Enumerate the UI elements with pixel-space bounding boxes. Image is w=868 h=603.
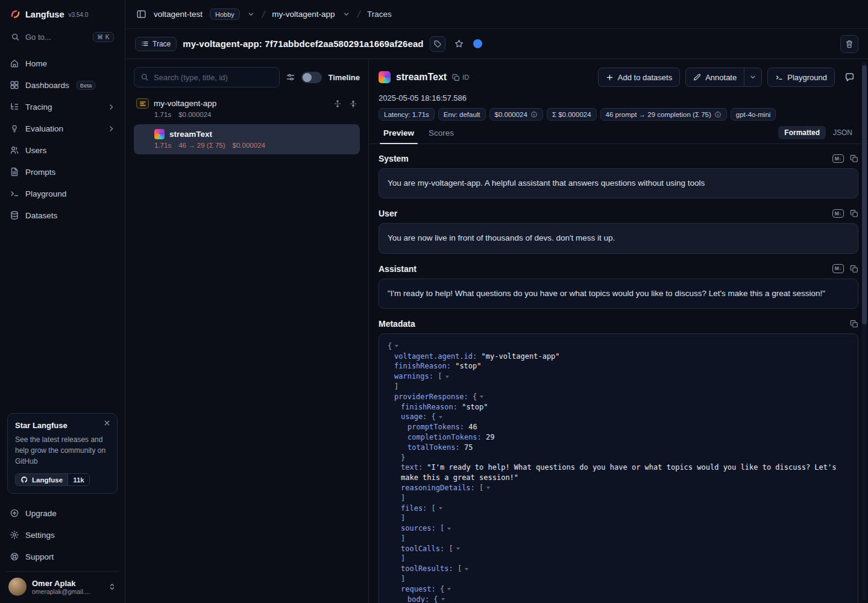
sidebar-item-label: Upgrade <box>25 509 57 518</box>
sidebar-item-datasets[interactable]: Datasets <box>0 204 125 226</box>
search-input[interactable] <box>154 73 273 82</box>
chevron-down-icon[interactable] <box>247 10 255 18</box>
span-cost: $0.000024 <box>233 142 265 149</box>
annotate-split-button: Annotate <box>685 68 762 87</box>
star-langfuse-card: Star Langfuse See the latest releases an… <box>7 413 118 494</box>
goto-search-button[interactable]: Go to... ⌘ K <box>6 27 119 46</box>
tree-row-streamtext-selected[interactable]: streamText 1.71s 46 → 29 (Σ 75) $0.00002… <box>134 124 360 154</box>
tree-toolbar: Timeline <box>134 67 360 87</box>
trace-title: my-voltagent-app: 7f71abbdcef2aa580291a1… <box>183 39 423 49</box>
sidebar-item-label: Datasets <box>25 211 57 220</box>
chevron-down-icon[interactable] <box>342 10 350 18</box>
sidebar-item-label: Prompts <box>25 168 55 177</box>
markdown-toggle-icon[interactable]: M↓ <box>832 154 844 163</box>
sidebar-item-label: Playground <box>25 189 66 198</box>
sidebar-item-tracing[interactable]: Tracing <box>0 96 125 118</box>
section-title: System <box>379 154 409 163</box>
tag-button[interactable] <box>430 36 445 52</box>
logo-row: Langfuse v3.54.0 <box>0 7 125 27</box>
user-menu[interactable]: Omer Aplak omeraplak@gmail.... <box>6 571 119 596</box>
expand-all-icon[interactable] <box>333 99 342 108</box>
breadcrumb-separator: / <box>356 9 361 20</box>
chevrons-up-down-icon <box>108 582 116 591</box>
tab-preview[interactable]: Preview <box>379 123 419 144</box>
filter-settings-icon[interactable] <box>286 72 295 82</box>
breadcrumb-separator: / <box>261 9 266 20</box>
add-to-datasets-button[interactable]: Add to datasets <box>598 68 680 87</box>
metadata-code: {voltagent.agent.id: "my-voltagent-app"f… <box>379 333 858 603</box>
info-icon <box>714 111 722 118</box>
copy-icon[interactable] <box>850 265 858 273</box>
sidebar-item-settings[interactable]: Settings <box>0 524 125 546</box>
sidebar-item-home[interactable]: Home <box>0 52 125 74</box>
detail-scroll-area[interactable]: System M↓ You are my-voltagent-app. A he… <box>369 144 868 603</box>
tab-scores[interactable]: Scores <box>424 123 459 144</box>
sidebar-item-playground[interactable]: Playground <box>0 183 125 204</box>
chevron-right-icon <box>107 103 115 111</box>
annotate-label: Annotate <box>705 73 737 82</box>
timeline-toggle[interactable] <box>301 72 322 83</box>
tracing-icon <box>10 102 19 112</box>
token-usage-badge[interactable]: 46 prompt → 29 completion (Σ 75) <box>600 108 727 121</box>
sidebar-item-prompts[interactable]: Prompts <box>0 161 125 183</box>
delete-trace-button[interactable] <box>840 35 858 53</box>
langfuse-logo-icon <box>10 8 21 20</box>
span-metrics: 1.71s 46 → 29 (Σ 75) $0.000024 <box>154 142 354 149</box>
goto-label: Go to... <box>25 33 51 42</box>
lifebuoy-icon <box>10 552 19 561</box>
breadcrumb-project[interactable]: my-voltagent-app <box>272 10 335 19</box>
collapse-all-icon[interactable] <box>349 99 357 108</box>
section-title: Metadata <box>379 319 415 329</box>
prompts-icon <box>10 167 19 177</box>
sidebar-item-evaluation[interactable]: Evaluation <box>0 118 125 139</box>
search-box <box>134 67 280 87</box>
trace-tree-panel: Timeline my-voltagent-app 1.71s $0.00002… <box>125 59 369 603</box>
github-star-button[interactable]: Langfuse 11k <box>15 473 90 486</box>
public-status-indicator[interactable] <box>473 39 482 48</box>
breadcrumb-page[interactable]: Traces <box>367 10 392 19</box>
copy-icon[interactable] <box>850 154 858 163</box>
observation-title: streamText <box>396 72 447 83</box>
users-icon <box>10 145 19 155</box>
span-name: streamText <box>169 130 212 139</box>
comments-button[interactable] <box>840 68 858 86</box>
sidebar-toggle-icon[interactable] <box>136 9 146 19</box>
model-badge[interactable]: gpt-4o-mini <box>731 108 776 121</box>
scrollbar-thumb[interactable] <box>862 65 867 324</box>
dashboards-icon <box>10 80 19 90</box>
plan-badge[interactable]: Hobby <box>210 8 240 20</box>
annotate-button[interactable]: Annotate <box>686 68 744 86</box>
assistant-message: "I'm ready to help! What questions do yo… <box>379 279 858 309</box>
tree-root-metrics: 1.71s $0.000024 <box>134 111 360 118</box>
database-icon <box>10 210 19 220</box>
format-formatted[interactable]: Formatted <box>778 126 826 139</box>
annotate-dropdown-button[interactable] <box>744 68 761 86</box>
star-button[interactable] <box>451 36 467 52</box>
section-metadata: Metadata {voltagent.agent.id: "my-voltag… <box>379 319 858 603</box>
markdown-toggle-icon[interactable]: M↓ <box>832 209 844 218</box>
close-icon[interactable] <box>103 419 112 428</box>
sidebar-item-upgrade[interactable]: Upgrade <box>0 502 125 524</box>
user-message: You are now live in front of thousands o… <box>379 223 858 253</box>
playground-button[interactable]: Playground <box>767 68 835 87</box>
sidebar-item-label: Dashboards <box>25 81 69 90</box>
tree-row-root[interactable]: my-voltagent-app <box>134 97 360 110</box>
format-json[interactable]: JSON <box>827 126 858 139</box>
root-latency: 1.71s <box>154 111 171 118</box>
user-email: omeraplak@gmail.... <box>32 588 90 595</box>
cost-badge[interactable]: $0.000024 <box>489 108 543 121</box>
github-button-label: Langfuse <box>32 476 63 484</box>
user-name: Omer Aplak <box>32 579 90 588</box>
toggle-knob <box>303 73 312 82</box>
breadcrumb-org[interactable]: voltagent-test <box>154 10 203 19</box>
main-area: voltagent-test Hobby / my-voltagent-app … <box>125 0 868 603</box>
sidebar-item-users[interactable]: Users <box>0 139 125 161</box>
copy-icon[interactable] <box>850 320 858 328</box>
markdown-toggle-icon[interactable]: M↓ <box>832 264 844 273</box>
copy-icon[interactable] <box>850 209 858 218</box>
section-title: User <box>379 209 397 218</box>
sidebar-item-dashboards[interactable]: Dashboards Beta <box>0 74 125 96</box>
copy-id-button[interactable]: ID <box>452 74 469 81</box>
sidebar-item-support[interactable]: Support <box>0 546 125 567</box>
trace-type-badge: Trace <box>135 37 177 51</box>
